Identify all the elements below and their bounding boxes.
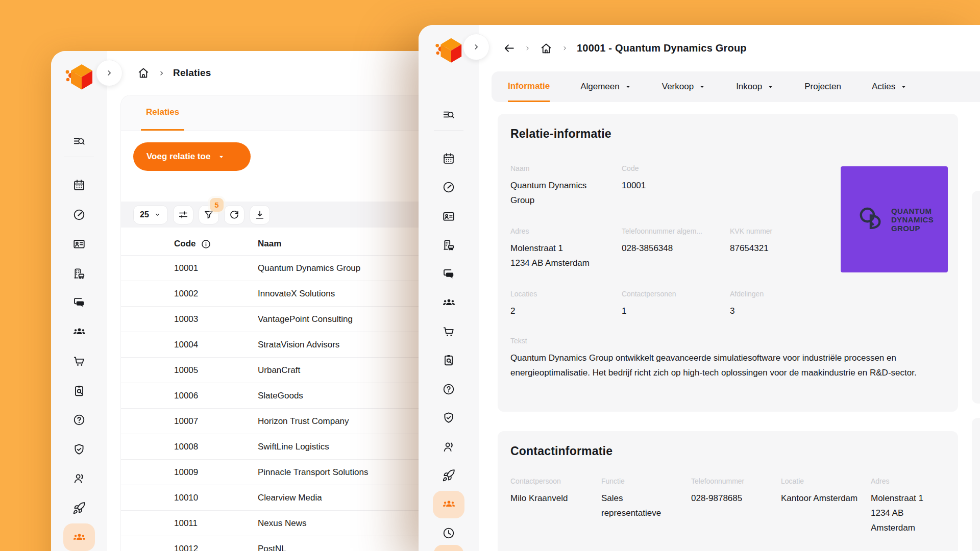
relatie-informatie-card: Relatie-informatie Naam Quantum Dynamics…: [498, 114, 958, 412]
sidebar-item-person[interactable]: [51, 464, 107, 494]
sidebar-item-cart[interactable]: [419, 317, 479, 346]
field-code: Code 10001: [622, 164, 730, 208]
chevron-down-icon: [154, 211, 161, 218]
help-icon: [72, 413, 86, 427]
sidebar-divider: [434, 130, 463, 131]
sidebar-item-dashboard[interactable]: [51, 200, 107, 230]
refresh-button[interactable]: [224, 205, 244, 224]
shield-check-icon: [72, 443, 86, 456]
add-relation-label: Voeg relatie toe: [146, 152, 210, 162]
sidebar-item-groups[interactable]: [419, 288, 479, 317]
field-locatie: Locatie Kantoor Amsterdam: [781, 477, 871, 535]
sidebar-item-rocket[interactable]: [419, 461, 479, 490]
detail-tabstrip: Informatie Algemeen Verkoop Inkoop Proje…: [492, 71, 980, 102]
offscreen-card-sliver: [972, 191, 980, 404]
building-car-icon: [442, 238, 455, 252]
front-sidebar-nav: [419, 101, 479, 548]
company-logo-tile: QUANTUM DYNAMICS GROUP: [841, 166, 948, 272]
sidebar-item-calendar[interactable]: [51, 171, 107, 201]
sidebar-item-security[interactable]: [51, 435, 107, 464]
back-arrow-icon[interactable]: [503, 42, 516, 55]
sidebar-item-contacts[interactable]: [419, 202, 479, 231]
sidebar-item-search[interactable]: [419, 101, 479, 130]
home-icon[interactable]: [540, 42, 553, 55]
breadcrumb: 10001 - Quantum Dynamics Group: [479, 25, 980, 71]
sidebar-item-chat[interactable]: [51, 288, 107, 318]
sidebar-item-security[interactable]: [419, 404, 479, 433]
sidebar-item-company[interactable]: [419, 231, 479, 260]
field-contactpersonen: Contactpersonen 1: [622, 290, 730, 318]
offscreen-card-sliver: [972, 418, 980, 551]
sidebar-item-contacts[interactable]: [51, 230, 107, 259]
field-telefoonnummer: Telefoonnummer algem... 028-3856348: [622, 227, 730, 270]
download-button[interactable]: [250, 205, 270, 224]
home-icon[interactable]: [137, 66, 150, 80]
app-logo: [63, 61, 95, 94]
people-group-icon: [442, 296, 456, 310]
cart-icon: [442, 325, 455, 338]
field-tekst: Tekst Quantum Dynamics Group ontwikkelt …: [510, 337, 945, 380]
chevron-right-icon: [158, 69, 165, 77]
sidebar-item-history[interactable]: [419, 519, 479, 548]
tab-acties[interactable]: Acties: [872, 71, 907, 102]
tab-projecten[interactable]: Projecten: [804, 71, 841, 102]
app-logo: [433, 35, 464, 67]
company-logo-text: QUANTUM DYNAMICS GROUP: [891, 207, 934, 233]
field-adres: Adres Molenstraat 1 1234 AB Amsterdam: [510, 227, 622, 270]
back-sidebar-nav: [51, 127, 107, 551]
field-kvk: KVK nummer 87654321: [730, 227, 840, 270]
person-icon: [72, 472, 86, 485]
relatie-detail-window: 10001 - Quantum Dynamics Group Informati…: [419, 25, 980, 551]
tab-informatie[interactable]: Informatie: [508, 71, 550, 102]
tab-relaties[interactable]: Relaties: [141, 95, 184, 131]
add-relation-button[interactable]: Voeg relatie toe: [133, 142, 251, 171]
caret-down-icon: [217, 153, 225, 161]
clipboard-search-icon: [72, 384, 86, 397]
sidebar-item-cart[interactable]: [51, 347, 107, 377]
sidebar-item-calendar[interactable]: [419, 144, 479, 173]
sidebar-item-orders[interactable]: [51, 376, 107, 406]
sidebar-item-help[interactable]: [419, 375, 479, 404]
id-card-icon: [442, 210, 455, 223]
page-title: 10001 - Quantum Dynamics Group: [577, 42, 747, 54]
rocket-icon: [72, 502, 86, 515]
filter-count-badge: 5: [210, 198, 224, 212]
caret-down-icon: [767, 84, 774, 90]
page-size-value: 25: [140, 210, 149, 219]
sidebar-item-dashboard[interactable]: [419, 173, 479, 202]
code-header-label: Code: [174, 239, 196, 249]
sidebar-item-person[interactable]: [419, 433, 479, 462]
column-settings-button[interactable]: [173, 205, 193, 224]
sidebar-item-orders[interactable]: [419, 346, 479, 375]
people-group-icon: [442, 497, 456, 511]
search-list-icon: [442, 108, 455, 121]
building-car-icon: [72, 267, 86, 280]
sidebar-item-rocket[interactable]: [51, 493, 107, 523]
card-title: Contactinformatie: [510, 444, 945, 458]
sidebar-item-relaties-active[interactable]: [51, 523, 107, 551]
sidebar-item-chat[interactable]: [419, 260, 479, 289]
desktop-background: Relaties Relaties Voeg relatie toe 25: [0, 0, 980, 551]
caret-down-icon: [625, 84, 631, 90]
cart-icon: [72, 355, 86, 368]
rocket-icon: [442, 469, 455, 482]
sidebar-item-search[interactable]: [51, 127, 107, 156]
quantum-dynamics-logo-icon: [855, 204, 886, 235]
shield-check-icon: [442, 411, 455, 424]
sidebar-item-groups[interactable]: [51, 317, 107, 347]
contactinformatie-card: Contactinformatie Contactpersoon Milo Kr…: [498, 431, 958, 551]
tab-inkoop[interactable]: Inkoop: [736, 71, 774, 102]
sidebar-expand-button[interactable]: [463, 34, 489, 60]
people-group-icon: [72, 531, 86, 544]
page-size-select[interactable]: 25: [133, 205, 168, 224]
tab-verkoop[interactable]: Verkoop: [662, 71, 705, 102]
sidebar-expand-button[interactable]: [96, 60, 122, 86]
search-list-icon: [72, 135, 86, 148]
sidebar-item-company[interactable]: [51, 259, 107, 288]
tab-algemeen[interactable]: Algemeen: [580, 71, 631, 102]
sidebar-item-help[interactable]: [51, 406, 107, 435]
chat-icon: [72, 296, 86, 309]
sidebar-item-relaties-active[interactable]: [419, 490, 479, 519]
info-icon[interactable]: [201, 239, 211, 249]
sliders-icon: [178, 209, 189, 220]
